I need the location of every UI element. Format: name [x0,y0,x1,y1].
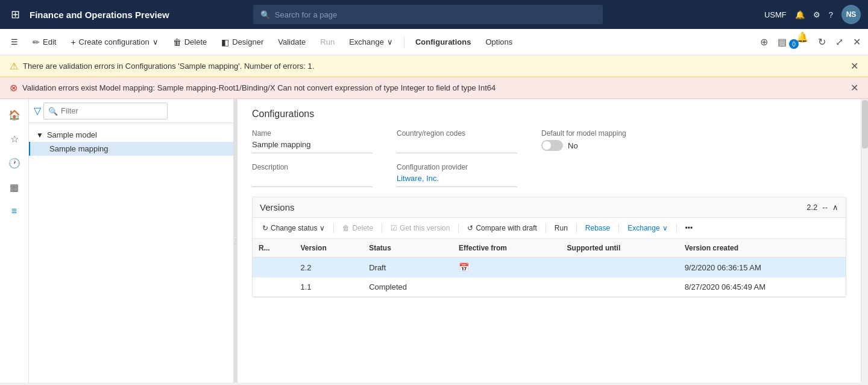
cell-version-created: 8/27/2020 06:45:49 AM [679,278,846,297]
provider-value[interactable]: Litware, Inc. [397,174,517,187]
versions-delete-icon: 🗑 [342,224,350,232]
country-field-group: Country/region codes [397,129,517,153]
ver-separator-6 [618,223,619,233]
default-toggle[interactable] [541,140,563,151]
versions-run-button[interactable]: Run [550,221,573,235]
cell-effective-from: 📅 [453,258,561,278]
versions-exchange-button[interactable]: Exchange ∨ [623,221,672,235]
search-icon: 🔍 [260,10,270,19]
versions-title: Versions [260,202,295,212]
country-label: Country/region codes [397,129,517,138]
name-value: Sample mapping [252,140,373,153]
tree-child-item[interactable]: Sample mapping [29,142,233,156]
tree-content: ▼ Sample model Sample mapping [29,123,233,161]
column-icon[interactable]: ▤ [775,34,789,50]
get-this-version-button[interactable]: ☑ Get this version [386,221,454,235]
rebase-button[interactable]: Rebase [580,221,615,235]
default-toggle-text: No [568,141,578,150]
grid-menu-icon[interactable]: ⊞ [7,4,24,25]
scrollbar-thumb[interactable] [862,100,868,148]
cell-supported-until [561,258,679,278]
warning-icon: ⚠ [10,60,18,72]
menu-toggle-button[interactable]: ☰ [5,35,24,49]
create-configuration-button[interactable]: + Create configuration ∨ [64,35,164,49]
cell-version: 2.2 [294,258,363,278]
pin-icon[interactable]: ⊕ [758,34,770,50]
table-row[interactable]: 2.2 Draft 📅 9/2/2020 06:36:15 AM [253,258,846,278]
exchange-button[interactable]: Exchange ∨ [343,35,399,49]
expand-icon[interactable]: ⤢ [833,34,846,50]
search-filter-icon: 🔍 [48,106,58,115]
filter-icon-btn[interactable]: ▽ [34,105,41,116]
tree-filter-input[interactable] [43,103,168,119]
user-region: USMF [764,10,787,19]
error-alert: ⊗ Validation errors exist Model mapping:… [0,77,868,99]
exchange-chevron-icon: ∨ [387,37,393,46]
close-icon[interactable]: ✕ [851,34,863,50]
create-config-chevron: ∨ [153,37,159,46]
toggle-knob [542,141,551,150]
favorites-icon[interactable]: ☆ [4,128,25,150]
versions-current: 2.2 [807,203,817,212]
configurations-tab[interactable]: Configurations [409,35,477,49]
content-panel: Configurations Name Sample mapping Count… [237,99,861,383]
versions-separator: -- [822,203,828,212]
tree-panel: ▽ 🔍 ▼ Sample model Sample mapping [29,99,234,383]
plus-icon: + [71,37,75,47]
settings-icon[interactable]: ⚙ [813,10,820,19]
name-field-group: Name Sample mapping [252,129,373,153]
table-header-row: R... Version Status Effective from Suppo… [253,239,846,258]
compare-with-draft-button[interactable]: ↺ Compare with draft [462,221,541,235]
compare-icon: ↺ [467,224,473,232]
filter-wrap: 🔍 [43,103,228,119]
ver-separator-7 [676,223,677,233]
form-row-2: Description Configuration provider Litwa… [252,163,846,187]
help-icon[interactable]: ? [829,10,833,19]
description-field-group: Description [252,163,373,187]
ver-separator-2 [382,223,382,233]
notification-icon[interactable]: 🔔 [795,10,805,19]
col-status: Status [363,239,453,258]
col-version: Version [294,239,363,258]
ver-separator-4 [546,223,546,233]
versions-delete-button[interactable]: 🗑 Delete [338,221,378,235]
col-version-created: Version created [679,239,846,258]
form-row-1: Name Sample mapping Country/region codes… [252,129,846,153]
description-label: Description [252,163,373,171]
table-row[interactable]: 1.1 Completed 8/27/2020 06:45:49 AM [253,278,846,297]
name-label: Name [252,129,373,138]
versions-table: R... Version Status Effective from Suppo… [253,239,846,297]
options-tab[interactable]: Options [479,35,518,49]
recent-icon[interactable]: 🕐 [4,152,25,174]
workspaces-icon[interactable]: ▦ [4,176,25,198]
home-icon[interactable]: 🏠 [4,104,25,126]
delete-button[interactable]: 🗑 Delete [167,35,213,49]
change-status-button[interactable]: ↻ Change status ∨ [257,221,330,235]
search-bar: 🔍 [253,5,603,24]
cell-effective-from [453,278,561,297]
versions-section: Versions 2.2 -- ∧ ↻ Change status ∨ 🗑 De… [252,197,846,298]
versions-more-button[interactable]: ••• [681,221,698,235]
refresh-icon[interactable]: ↻ [816,34,828,50]
tree-toolbar: ▽ 🔍 [29,99,233,123]
user-avatar[interactable]: NS [841,5,861,24]
error-close-button[interactable]: ✕ [851,82,858,94]
designer-button[interactable]: ◧ Designer [215,35,269,49]
edit-button[interactable]: ✏ Edit [27,35,62,49]
tree-root-item[interactable]: ▼ Sample model [29,128,233,142]
versions-toolbar: ↻ Change status ∨ 🗑 Delete ☑ Get this ve… [253,218,846,239]
col-effective-from: Effective from [453,239,561,258]
error-icon: ⊗ [10,82,17,94]
edit-icon: ✏ [33,37,40,47]
provider-field-group: Configuration provider Litware, Inc. [397,163,517,187]
validate-button[interactable]: Validate [272,35,312,49]
error-text: Validation errors exist Model mapping: S… [22,83,495,92]
modules-icon[interactable]: ≡ [4,200,25,222]
tree-child-label: Sample mapping [49,144,108,153]
versions-collapse-icon[interactable]: ∧ [832,203,838,212]
search-input[interactable] [275,10,596,19]
col-r: R... [253,239,294,258]
main-layout: 🏠 ☆ 🕐 ▦ ≡ ▽ 🔍 ▼ Sample model Sample mapp… [0,99,868,383]
warning-close-button[interactable]: ✕ [851,60,858,72]
run-button[interactable]: Run [314,35,341,49]
